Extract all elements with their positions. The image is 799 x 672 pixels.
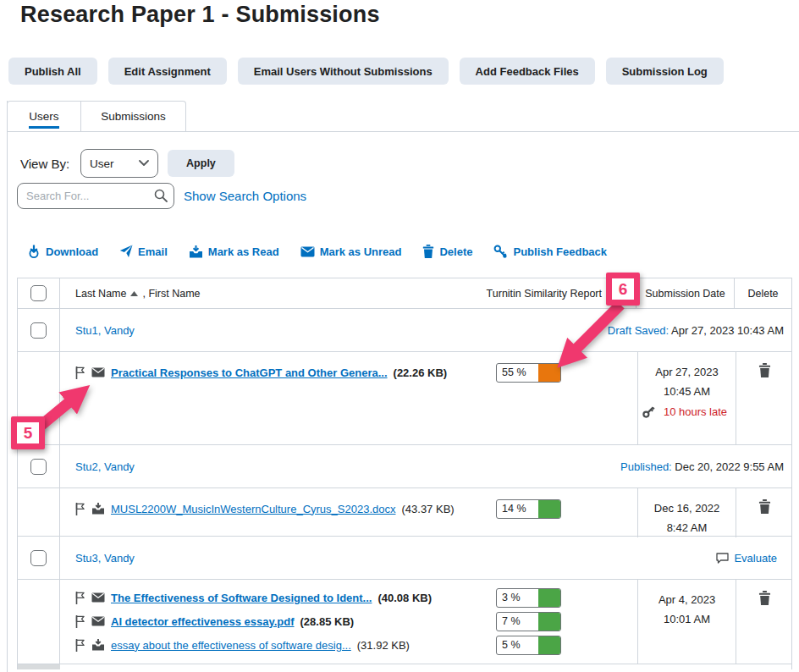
envelope-read-icon	[91, 503, 105, 515]
submission-date-cell-stu2: Dec 16, 2022 8:42 AM	[637, 488, 736, 537]
speech-bubble-icon	[716, 553, 729, 564]
email-action[interactable]: Email	[119, 245, 168, 258]
publish-feedback-key-icon	[493, 245, 508, 258]
apply-button[interactable]: Apply	[168, 150, 234, 177]
flag-icon[interactable]	[75, 592, 85, 604]
flag-icon[interactable]	[75, 615, 85, 628]
file-row-stu1: Practical Responses to ChatGPT and Other…	[18, 352, 791, 445]
status-stu1: Draft Saved: Apr 27, 2023 10:43 AM	[608, 324, 784, 337]
status-stu2: Published: Dec 20, 2022 9:55 AM	[620, 460, 784, 473]
delete-submission-button[interactable]	[758, 591, 771, 605]
delete-submission-button[interactable]	[758, 499, 771, 514]
mark-read-icon	[189, 245, 203, 258]
file-size: (43.37 KB)	[401, 503, 454, 515]
submission-log-button[interactable]: Submission Log	[606, 58, 724, 85]
download-action[interactable]: Download	[27, 245, 98, 258]
chevron-down-icon	[139, 160, 149, 167]
student-row-stu2: Stu2, Vandy Published: Dec 20, 2022 9:55…	[18, 445, 791, 488]
download-icon	[27, 245, 41, 258]
page-title: Research Paper 1 - Submissions	[20, 2, 380, 28]
mark-as-unread-action[interactable]: Mark as Unread	[300, 245, 402, 258]
flag-icon[interactable]	[75, 639, 85, 652]
submission-date-cell-stu1: Apr 27, 2023 10:45 AM 10 hours late	[637, 352, 736, 444]
envelope-closed-icon	[91, 616, 105, 626]
callout-badge-5: 5	[11, 416, 45, 449]
sort-asc-icon	[130, 291, 138, 296]
table-header-row: Last Name , First Name Turnitin Similari…	[18, 278, 791, 309]
show-search-options-link[interactable]: Show Search Options	[184, 189, 306, 203]
row-checkbox-stu3[interactable]	[30, 550, 47, 566]
submissions-page: Research Paper 1 - Submissions Publish A…	[0, 0, 799, 672]
student-name-link-stu3[interactable]: Stu3, Vandy	[75, 552, 135, 565]
mark-as-read-action[interactable]: Mark as Read	[189, 245, 279, 258]
similarity-score[interactable]: 5 %	[496, 636, 561, 655]
file-row-stu3: The Effectiveness of Software Designed t…	[18, 580, 791, 664]
similarity-color-block	[538, 613, 560, 631]
tab-submissions[interactable]: Submissions	[80, 102, 185, 131]
publish-feedback-action[interactable]: Publish Feedback	[493, 245, 607, 258]
toolbar: Publish All Edit Assignment Email Users …	[8, 58, 724, 85]
file-size: (28.85 KB)	[300, 615, 355, 628]
search-input[interactable]	[17, 183, 174, 209]
select-all-checkbox[interactable]	[30, 285, 47, 301]
similarity-color-block	[538, 589, 560, 607]
file-link[interactable]: AI detector effectiveness essay.pdf	[111, 615, 295, 628]
view-by-select[interactable]: User	[80, 149, 158, 178]
late-badge: 10 hours late	[659, 402, 732, 421]
tab-strip: Users Submissions	[7, 101, 799, 132]
add-feedback-files-button[interactable]: Add Feedback Files	[460, 58, 595, 85]
student-name-link-stu1[interactable]: Stu1, Vandy	[75, 324, 135, 337]
view-by-label: View By:	[20, 157, 69, 171]
row-checkbox-stu2[interactable]	[30, 459, 47, 475]
student-row-stu1: Stu1, Vandy Draft Saved: Apr 27, 2023 10…	[18, 309, 791, 352]
edit-assignment-button[interactable]: Edit Assignment	[108, 58, 227, 85]
mark-unread-icon	[300, 246, 315, 257]
email-users-without-submissions-button[interactable]: Email Users Without Submissions	[238, 58, 449, 85]
file-entry: Practical Responses to ChatGPT and Other…	[75, 361, 496, 384]
delete-submission-button[interactable]	[758, 363, 771, 377]
file-link[interactable]: The Effectiveness of Software Designed t…	[111, 592, 372, 604]
callout-badge-6: 6	[606, 273, 640, 306]
similarity-score[interactable]: 14 %	[496, 499, 561, 519]
evaluate-link[interactable]: Evaluate	[716, 552, 777, 565]
file-entry: MUSL2200W_MusicInWesternCulture_Cyrus_S2…	[75, 497, 496, 521]
column-header-similarity: Turnitin Similarity Report	[487, 288, 602, 300]
row-checkbox-stu1[interactable]	[30, 322, 47, 339]
column-header-delete: Delete	[734, 278, 791, 308]
similarity-score[interactable]: 55 %	[496, 363, 561, 383]
envelope-read-icon	[91, 639, 105, 651]
file-entry: essay about the effectiveness of softwar…	[75, 633, 496, 657]
envelope-closed-icon	[91, 367, 105, 377]
submissions-table: Last Name , First Name Turnitin Similari…	[17, 278, 792, 669]
similarity-color-block	[538, 636, 560, 654]
file-link[interactable]: MUSL2200W_MusicInWesternCulture_Cyrus_S2…	[111, 503, 395, 515]
similarity-color-block	[538, 364, 560, 382]
key-late-icon	[642, 405, 655, 418]
delete-action[interactable]: Delete	[422, 245, 472, 258]
student-name-link-stu2[interactable]: Stu2, Vandy	[75, 460, 135, 473]
file-entry: The Effectiveness of Software Designed t…	[75, 586, 496, 609]
file-size: (22.26 KB)	[394, 366, 448, 379]
action-bar: Download Email Mark as Read Mark as Unre…	[27, 245, 607, 258]
view-by-row: View By: User Apply	[20, 149, 234, 178]
similarity-score[interactable]: 3 %	[496, 588, 561, 608]
file-link[interactable]: essay about the effectiveness of softwar…	[111, 639, 351, 652]
student-row-stu3: Stu3, Vandy Evaluate	[18, 537, 791, 580]
flag-icon[interactable]	[75, 366, 85, 379]
file-size: (40.08 KB)	[377, 592, 432, 604]
partial-next-row	[18, 664, 791, 669]
file-size: (31.92 KB)	[357, 639, 410, 652]
column-header-name[interactable]: Last Name , First Name	[60, 288, 487, 300]
send-email-icon	[119, 245, 133, 258]
submission-date-cell-stu3: Apr 4, 2023 10:01 AM	[637, 580, 736, 664]
search-icon[interactable]	[153, 188, 168, 203]
envelope-closed-icon	[91, 592, 105, 603]
column-header-submission-date: Submission Date	[636, 278, 734, 308]
flag-icon[interactable]	[75, 503, 85, 515]
publish-all-button[interactable]: Publish All	[8, 58, 97, 85]
similarity-score[interactable]: 7 %	[496, 612, 561, 631]
tab-users[interactable]: Users	[8, 102, 80, 131]
file-link[interactable]: Practical Responses to ChatGPT and Other…	[111, 366, 388, 379]
similarity-color-block	[538, 500, 560, 518]
file-entry: AI detector effectiveness essay.pdf (28.…	[75, 609, 496, 633]
